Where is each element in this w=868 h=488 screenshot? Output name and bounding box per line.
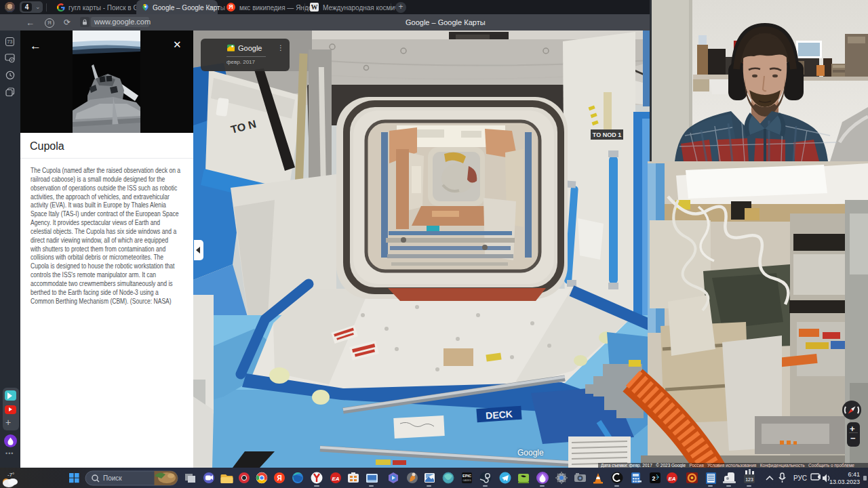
- svg-text:2: 2: [652, 475, 655, 482]
- svg-text:TO NOD 1: TO NOD 1: [593, 131, 621, 138]
- svg-text:РУС: РУС: [793, 474, 807, 482]
- svg-text:EA: EA: [668, 476, 675, 482]
- svg-text:123: 123: [745, 477, 753, 482]
- svg-text:Поиск: Поиск: [103, 474, 122, 482]
- svg-text:EA: EA: [332, 476, 339, 482]
- svg-text:-7°: -7°: [7, 472, 14, 478]
- svg-text:EPIC: EPIC: [462, 474, 471, 478]
- svg-text:6:41: 6:41: [848, 471, 860, 478]
- svg-text:GAMES: GAMES: [462, 479, 471, 482]
- svg-text:Я: Я: [277, 474, 281, 482]
- svg-text:13.03.2023: 13.03.2023: [829, 479, 860, 485]
- svg-text:DECK: DECK: [486, 409, 513, 422]
